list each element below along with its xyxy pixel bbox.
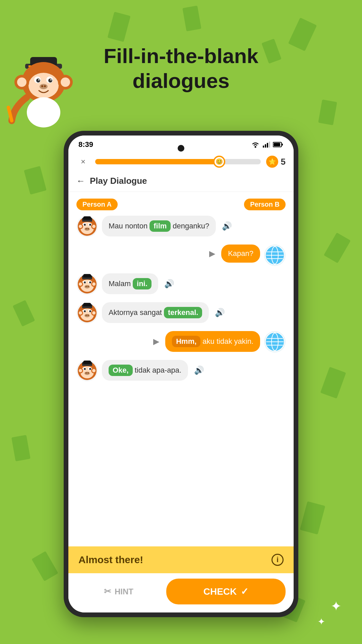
bubble-text: denganku? (173, 222, 209, 230)
svg-point-92 (84, 368, 86, 370)
avatar-globe (264, 245, 286, 266)
check-button[interactable]: CHECK ✓ (166, 579, 286, 604)
svg-point-55 (89, 281, 91, 283)
svg-point-56 (84, 285, 90, 288)
svg-point-70 (84, 310, 86, 312)
confetti (318, 100, 337, 125)
confetti (13, 300, 35, 326)
svg-point-12 (41, 85, 43, 87)
check-label: CHECK (203, 586, 237, 597)
play-icon[interactable]: ▶ (209, 249, 215, 258)
wifi-icon (251, 141, 260, 148)
keyword-hmm: Hmm, (172, 336, 200, 347)
svg-point-11 (40, 84, 48, 89)
battery-icon (273, 142, 284, 148)
svg-rect-81 (82, 307, 92, 308)
svg-point-40 (92, 225, 96, 228)
svg-rect-64 (83, 274, 91, 277)
message-bubble-orange: Hmm, aku tidak yakin. (165, 331, 260, 352)
monkey-mascot (7, 54, 74, 127)
svg-point-20 (255, 146, 256, 148)
progress-area: × 😊 ⭐ 5 (68, 151, 294, 172)
keyword-film: film (149, 220, 171, 232)
svg-point-94 (84, 372, 90, 375)
keyword-ini: ini. (133, 278, 152, 289)
status-icons (251, 141, 284, 148)
dialogue-area: Person A Person B (68, 192, 294, 546)
svg-point-78 (92, 311, 96, 315)
svg-point-15 (17, 77, 26, 87)
back-button[interactable]: ← (76, 176, 85, 186)
svg-point-7 (36, 78, 40, 83)
message-row: ▶ Kapan? (76, 245, 286, 266)
avatar-monkey (76, 216, 98, 237)
bottom-buttons: ✂ HINT CHECK ✓ (68, 573, 294, 612)
message-row: Aktornya sangat terkenal. 🔊 (76, 302, 286, 324)
person-a-label: Person A (76, 199, 118, 210)
svg-point-58 (87, 286, 89, 287)
phone-screen: 8:39 (68, 136, 294, 612)
svg-point-32 (84, 224, 86, 226)
svg-rect-23 (267, 143, 268, 148)
svg-point-35 (85, 228, 87, 229)
svg-point-8 (48, 78, 52, 83)
score-value: 5 (281, 157, 286, 167)
hint-icon: ✂ (104, 586, 111, 597)
progress-face-icon: 😊 (216, 158, 223, 165)
svg-point-95 (85, 372, 87, 374)
avatar-monkey (76, 273, 98, 295)
answer-bar: Almost there! i (68, 546, 294, 573)
message-bubble: Oke, tidak apa-apa. (102, 360, 188, 381)
svg-point-71 (89, 310, 91, 312)
nav-title: Play Dialogue (90, 176, 147, 186)
sound-icon[interactable]: 🔊 (222, 221, 232, 231)
svg-rect-103 (82, 364, 92, 366)
message-row: ▶ Hmm, aku tidak yakin. (76, 331, 286, 353)
confetti (182, 6, 201, 32)
answer-text: Almost there! (78, 554, 143, 566)
status-bar: 8:39 (68, 136, 294, 151)
svg-rect-24 (269, 142, 270, 148)
message-row: Malam ini. 🔊 (76, 273, 286, 295)
avatar-globe (264, 331, 286, 353)
svg-point-93 (89, 368, 91, 370)
svg-rect-22 (265, 144, 266, 148)
bubble-text: Malam (109, 279, 131, 288)
hint-label: HINT (115, 587, 133, 596)
svg-rect-80 (83, 303, 91, 306)
confetti (324, 232, 351, 263)
svg-point-9 (38, 79, 40, 80)
svg-rect-27 (274, 143, 280, 146)
svg-rect-102 (83, 361, 91, 364)
nav-header: ← Play Dialogue (68, 172, 294, 192)
svg-point-18 (27, 97, 60, 127)
sparkle-icon: ✦ (330, 598, 342, 614)
message-bubble-orange: Kapan? (221, 245, 260, 263)
svg-rect-42 (83, 216, 91, 220)
keyword-terkenal: terkenal. (164, 307, 202, 318)
message-bubble: Aktornya sangat terkenal. (102, 302, 209, 323)
svg-point-13 (44, 85, 46, 87)
svg-rect-21 (263, 146, 264, 148)
progress-fill: 😊 (95, 159, 219, 164)
svg-point-76 (79, 311, 82, 315)
message-row: Oke, tidak apa-apa. 🔊 (76, 360, 286, 381)
bubble-text: Mau nonton (109, 222, 147, 230)
info-icon[interactable]: i (272, 554, 284, 566)
play-icon[interactable]: ▶ (153, 337, 159, 346)
hint-button[interactable]: ✂ HINT (76, 579, 161, 604)
avatar-monkey (76, 360, 98, 381)
bubble-text: aku tidak yakin. (202, 337, 253, 346)
svg-rect-26 (282, 144, 283, 146)
check-mark-icon: ✓ (241, 586, 248, 597)
svg-rect-43 (82, 220, 92, 222)
sound-icon[interactable]: 🔊 (215, 308, 225, 317)
keyword-oke: Oke, (109, 365, 133, 376)
sound-icon[interactable]: 🔊 (194, 366, 204, 375)
close-button[interactable]: × (76, 155, 90, 168)
svg-point-73 (85, 315, 87, 316)
confetti (11, 435, 31, 462)
sound-icon[interactable]: 🔊 (164, 279, 174, 288)
svg-point-17 (61, 77, 70, 87)
phone-frame: 8:39 (64, 131, 298, 617)
